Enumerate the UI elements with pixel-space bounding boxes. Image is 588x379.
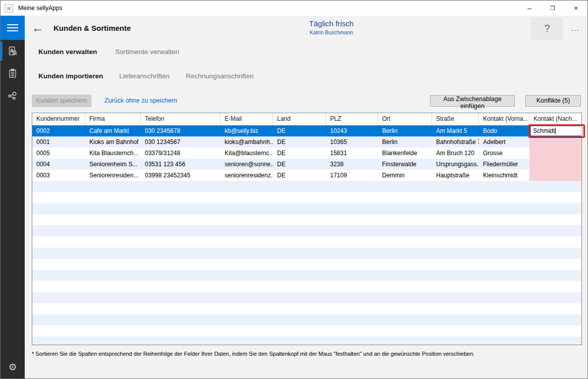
table-cell[interactable]: seniorenresidenz... xyxy=(221,170,273,181)
table-cell[interactable]: senioren@sonne... xyxy=(221,159,273,170)
table-cell[interactable]: Adelbert xyxy=(479,136,529,148)
column-header[interactable]: Kundennummer xyxy=(32,113,85,125)
back-button[interactable]: ← xyxy=(32,20,44,36)
tab-sortimente-verwalten[interactable]: Sortimente verwalten xyxy=(115,48,179,56)
action-bar: Kunden speichern Zurück ohne zu speicher… xyxy=(32,94,581,107)
table-cell[interactable]: Seniorenresiden... xyxy=(85,170,141,181)
grid-header-row: KundennummerFirmaTelefonE-MailLandPLZOrt… xyxy=(32,113,581,125)
column-header[interactable]: Ort xyxy=(378,113,432,125)
table-cell[interactable]: Hauptstraße xyxy=(432,170,479,181)
table-cell[interactable]: Blankenfelde xyxy=(378,148,432,159)
sidebar-item-customers[interactable] xyxy=(1,40,25,62)
column-header[interactable]: E-Mail xyxy=(221,113,273,125)
clipboard-icon xyxy=(7,68,18,79)
table-cell[interactable]: 17109 xyxy=(326,170,378,181)
column-header[interactable]: PLZ xyxy=(326,113,378,125)
table-cell[interactable]: Am Bruch 120 xyxy=(432,148,479,159)
table-cell[interactable]: 0001 xyxy=(32,136,85,148)
app-window: w Meine sellyApps – ❐ × xyxy=(0,0,588,379)
sidebar-item-share[interactable] xyxy=(1,84,25,107)
table-cell[interactable]: Seniorenheim S... xyxy=(85,159,141,170)
table-row[interactable]: 0005Kita Blausternch...03379/31248Kita@b… xyxy=(32,148,581,159)
table-cell[interactable]: kioks@ambahnh... xyxy=(221,136,273,148)
table-cell[interactable]: Kita Blausternch... xyxy=(85,148,141,159)
table-cell[interactable] xyxy=(529,148,581,159)
table-cell[interactable]: Berlin xyxy=(378,125,432,136)
help-button[interactable]: ? xyxy=(531,17,563,40)
table-cell[interactable]: Kleinschmidt xyxy=(479,170,529,181)
column-header[interactable]: Kontakt (Nach... xyxy=(529,113,581,125)
primary-tabs: Kunden verwalten Sortimente verwalten xyxy=(38,48,179,56)
table-cell[interactable]: Bodo xyxy=(479,125,529,136)
paste-from-clipboard-button[interactable]: Aus Zwischenablage einfügen xyxy=(430,95,515,107)
table-cell[interactable] xyxy=(529,136,581,148)
table-row[interactable]: 0004Seniorenheim S...03531 123 456senior… xyxy=(32,159,581,170)
conflicts-button[interactable]: Konflikte (5) xyxy=(525,95,581,107)
back-without-saving-link[interactable]: Zurück ohne zu speichern xyxy=(104,97,177,104)
table-row[interactable]: 0002Cafe am Markt030 2345678kb@selly.biz… xyxy=(32,125,581,136)
minimize-button[interactable]: – xyxy=(518,1,541,16)
share-icon xyxy=(7,90,18,101)
app-logo-icon: w xyxy=(5,4,13,13)
table-cell[interactable]: DE xyxy=(273,148,326,159)
column-header[interactable]: Land xyxy=(273,113,326,125)
table-cell[interactable] xyxy=(529,170,581,181)
table-cell[interactable]: 15831 xyxy=(326,148,378,159)
table-cell[interactable]: 3238 xyxy=(326,159,378,170)
table-row[interactable]: 0003Seniorenresiden...03998 23452345seni… xyxy=(32,170,581,181)
table-cell[interactable]: Grosse xyxy=(479,148,529,159)
save-customers-button[interactable]: Kunden speichern xyxy=(32,94,91,107)
table-cell[interactable]: DE xyxy=(273,136,326,148)
table-cell[interactable]: 030 2345678 xyxy=(141,125,221,136)
table-row[interactable]: 0001Kioks am Bahnhof030 1234567kioks@amb… xyxy=(32,136,581,148)
table-cell[interactable]: DE xyxy=(273,125,326,136)
hamburger-menu-button[interactable] xyxy=(1,16,25,40)
grid-body: 0002Cafe am Markt030 2345678kb@selly.biz… xyxy=(32,125,581,181)
table-cell[interactable]: Schmidt xyxy=(529,125,581,136)
table-cell[interactable]: Kita@blausternc... xyxy=(221,148,273,159)
column-header[interactable]: Telefon xyxy=(141,113,221,125)
table-cell[interactable]: Kioks am Bahnhof xyxy=(85,136,141,148)
table-cell[interactable]: 10365 xyxy=(326,136,378,148)
table-cell[interactable]: 03379/31248 xyxy=(141,148,221,159)
tab-kunden-importieren[interactable]: Kunden importieren xyxy=(38,72,103,80)
gear-icon: ⚙ xyxy=(8,361,17,373)
table-cell[interactable]: 03531 123 456 xyxy=(141,159,221,170)
column-header[interactable]: Straße xyxy=(432,113,479,125)
table-cell[interactable]: Cafe am Markt xyxy=(85,125,141,136)
table-cell[interactable]: 10243 xyxy=(326,125,378,136)
table-cell[interactable]: DE xyxy=(273,170,326,181)
secondary-tabs: Kunden importieren Lieferanschriften Rec… xyxy=(38,72,253,80)
table-cell[interactable]: 030 1234567 xyxy=(141,136,221,148)
tab-lieferanschriften[interactable]: Lieferanschriften xyxy=(119,72,170,80)
close-button[interactable]: × xyxy=(564,1,587,16)
table-cell[interactable]: 0004 xyxy=(32,159,85,170)
table-cell[interactable]: DE xyxy=(273,159,326,170)
sidebar: ⚙ xyxy=(1,16,25,378)
table-cell[interactable]: 0005 xyxy=(32,148,85,159)
table-cell[interactable]: 0002 xyxy=(32,125,85,136)
tab-kunden-verwalten[interactable]: Kunden verwalten xyxy=(38,48,97,56)
table-cell[interactable]: 03998 23452345 xyxy=(141,170,221,181)
table-cell[interactable]: Finsterwalde xyxy=(378,159,432,170)
table-cell[interactable]: 0003 xyxy=(32,170,85,181)
sidebar-item-settings[interactable]: ⚙ xyxy=(1,359,25,374)
table-cell[interactable]: Berlin xyxy=(378,136,432,148)
hamburger-icon xyxy=(7,24,18,25)
table-cell[interactable]: Am Markt 5 xyxy=(432,125,479,136)
table-cell[interactable]: Fliedermüller xyxy=(479,159,529,170)
table-cell[interactable]: kb@selly.biz xyxy=(221,125,273,136)
tab-rechnungsanschriften[interactable]: Rechnungsanschriften xyxy=(186,72,253,80)
table-cell[interactable] xyxy=(529,159,581,170)
table-cell[interactable]: Ursprungsgass... xyxy=(432,159,479,170)
contact-lastname-input[interactable]: Schmidt xyxy=(530,126,582,136)
column-header[interactable]: Firma xyxy=(85,113,141,125)
customer-table: KundennummerFirmaTelefonE-MailLandPLZOrt… xyxy=(32,113,582,345)
column-header[interactable]: Kontakt (Vorna... xyxy=(479,113,529,125)
maximize-button[interactable]: ❐ xyxy=(541,1,564,16)
table-cell[interactable]: Demmin xyxy=(378,170,432,181)
more-options-button[interactable]: ... xyxy=(564,17,586,40)
titlebar: w Meine sellyApps – ❐ × xyxy=(1,1,587,16)
sidebar-item-orders[interactable] xyxy=(1,62,25,84)
table-cell[interactable]: Bahnhofstraße 7 xyxy=(432,136,479,148)
